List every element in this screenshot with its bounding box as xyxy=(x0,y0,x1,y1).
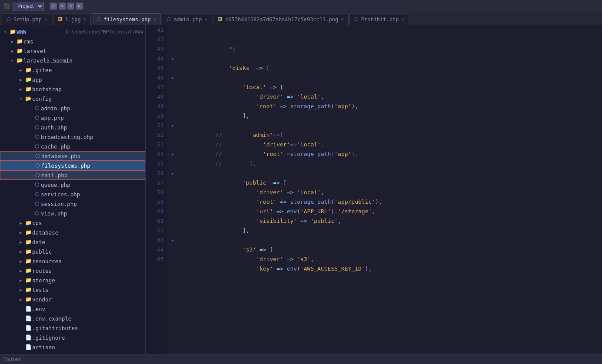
tree-item-resources[interactable]: ▶ 📁 resources xyxy=(0,256,145,266)
gutter-45 xyxy=(167,63,178,73)
tab-png[interactable]: 🖼 c653b441582a7d67aba4b17c5e93cc11.png ✕ xyxy=(213,13,349,25)
tree-item-auth-php[interactable]: ⬡ auth.php xyxy=(0,122,145,132)
tree-item-cache-php[interactable]: ⬡ cache.php xyxy=(0,142,145,151)
laravel55admin-folder-icon: 📂 xyxy=(16,57,23,63)
toolbar-icon-3[interactable]: ⚙ xyxy=(67,3,74,10)
root-arrow: ▾ xyxy=(2,30,9,34)
tree-item-gitignore[interactable]: 📄 .gitignore xyxy=(0,333,145,342)
editor-area: 41 42 43 44 45 46 47 48 49 50 51 52 53 5… xyxy=(146,25,602,354)
tree-item-database-php[interactable]: ⬡ database.php xyxy=(0,151,145,161)
toolbar-icon-1[interactable]: ⊕ xyxy=(50,3,57,10)
tree-item-queue-php[interactable]: ⬡ queue.php xyxy=(0,180,145,189)
tree-item-storage[interactable]: ▶ 📁 storage xyxy=(0,275,145,285)
tab-admin[interactable]: ⬡ admin.php ✕ xyxy=(162,13,212,25)
code-container[interactable]: 41 42 43 44 45 46 47 48 49 50 51 52 53 5… xyxy=(146,25,602,354)
storage-arrow: ▶ xyxy=(17,278,24,283)
main-area: ▾ 📁 WWW D:\phpStudy\PHPTutorial\WWW ▶ 📁 … xyxy=(0,25,602,354)
title-bar: ⬛ Project ⊕ ≡ ⚙ ▶ xyxy=(0,0,602,12)
code-lines[interactable]: */ 'disks' => [ 'local' => [ xyxy=(178,25,602,354)
cps-arrow: ▶ xyxy=(17,221,24,225)
config-arrow: ▾ xyxy=(17,96,24,101)
session-php-icon: ⬡ xyxy=(33,201,41,207)
tree-item-laravel55admin[interactable]: ▾ 📂 laravel5.5admin xyxy=(0,56,145,65)
routes-label: routes xyxy=(32,268,143,274)
storage-folder-icon: 📁 xyxy=(24,277,32,283)
laravel55admin-label: laravel5.5admin xyxy=(23,57,143,64)
resources-label: resources xyxy=(32,258,143,265)
cache-php-arrow xyxy=(26,144,33,149)
tree-item-admin-php[interactable]: ⬡ admin.php xyxy=(0,103,145,113)
tree-item-services-php[interactable]: ⬡ services.php xyxy=(0,189,145,199)
gutter-42 xyxy=(167,35,178,44)
config-folder-icon: 📂 xyxy=(24,96,32,102)
tree-root[interactable]: ▾ 📁 WWW D:\phpStudy\PHPTutorial\WWW xyxy=(0,27,145,36)
view-php-arrow xyxy=(26,211,33,216)
tree-item-bootstrap[interactable]: ▶ 📁 bootstrap xyxy=(0,84,145,94)
tree-item-env-example[interactable]: 📄 .env.example xyxy=(0,314,145,323)
title-bar-icons: ⊕ ≡ ⚙ ▶ xyxy=(50,3,83,10)
cms-label: cms xyxy=(23,38,143,45)
tree-item-filesystems-php[interactable]: ⬡ filesystems.php xyxy=(0,161,145,170)
code-line-42: */ xyxy=(178,35,602,44)
tree-item-database-folder[interactable]: ▶ 📁 database xyxy=(0,228,145,237)
tree-item-config[interactable]: ▾ 📂 config xyxy=(0,94,145,103)
tree-item-vendor[interactable]: ▶ 📁 vendor xyxy=(0,295,145,304)
gutter-44[interactable]: ▾ xyxy=(167,54,178,63)
tree-item-tests[interactable]: ▶ 📁 tests xyxy=(0,285,145,295)
line-num-49: 49 xyxy=(149,102,164,111)
gutter-63[interactable]: ▾ xyxy=(167,235,178,245)
tree-item-date[interactable]: ▶ 📁 date xyxy=(0,237,145,247)
tree-item-view-php[interactable]: ⬡ view.php xyxy=(0,208,145,218)
bootstrap-arrow: ▶ xyxy=(17,87,24,92)
admin-php-arrow xyxy=(26,106,33,111)
tree-item-mail-php[interactable]: ⬡ mail.php xyxy=(0,170,145,180)
tab-setup[interactable]: ⬡ SetUp.php ✕ xyxy=(2,13,52,25)
public-label: public xyxy=(32,248,143,255)
gutter-56[interactable]: ▾ xyxy=(167,169,178,178)
tab-prohibit[interactable]: ⬡ Prohibit.php ✕ xyxy=(349,13,409,25)
line-num-47: 47 xyxy=(149,83,164,92)
tab-label-filesystems: filesystems.php xyxy=(103,17,150,23)
gutter-54[interactable]: ▾ xyxy=(167,149,178,159)
toolbar-icon-4[interactable]: ▶ xyxy=(76,3,83,10)
tree-item-app[interactable]: ▶ 📁 app xyxy=(0,75,145,84)
tab-close-filesystems[interactable]: ✕ xyxy=(153,17,156,22)
code-line-56: 'public' => [ xyxy=(178,169,602,178)
gutter-51[interactable]: ▾ xyxy=(167,121,178,130)
tree-item-gitee[interactable]: ▶ 📁 .gitee xyxy=(0,65,145,75)
tree-item-session-php[interactable]: ⬡ session.php xyxy=(0,199,145,208)
tab-close-png[interactable]: ✕ xyxy=(341,17,344,22)
gutter-64 xyxy=(167,245,178,255)
tree-item-cms[interactable]: ▶ 📁 cms xyxy=(0,36,145,46)
tree-item-routes[interactable]: ▶ 📁 routes xyxy=(0,266,145,275)
line-num-42: 42 xyxy=(149,35,164,44)
env-example-label: .env.example xyxy=(32,315,143,322)
tab-filesystems[interactable]: ⬡ filesystems.php ✕ xyxy=(92,13,161,25)
toolbar-icon-2[interactable]: ≡ xyxy=(59,3,66,10)
gitignore-label: .gitignore xyxy=(32,334,143,341)
bootstrap-folder-icon: 📁 xyxy=(24,86,32,92)
tree-item-env[interactable]: 📄 .env xyxy=(0,304,145,314)
line-num-54: 54 xyxy=(149,149,164,159)
gitee-arrow: ▶ xyxy=(17,68,24,73)
project-dropdown[interactable]: Project xyxy=(13,2,44,10)
status-text: Toutes xyxy=(3,357,21,362)
line-num-61: 61 xyxy=(149,216,164,226)
tab-close-jpg[interactable]: ✕ xyxy=(83,17,86,22)
tree-item-laravel[interactable]: ▶ 📁 laravel xyxy=(0,46,145,56)
database-php-icon: ⬡ xyxy=(33,153,41,159)
tree-item-broadcasting-php[interactable]: ⬡ broadcasting.php xyxy=(0,132,145,142)
tab-close-admin[interactable]: ✕ xyxy=(204,17,207,22)
tree-item-app-php[interactable]: ⬡ app.php xyxy=(0,113,145,122)
tab-close-prohibit[interactable]: ✕ xyxy=(401,17,404,22)
tab-jpg[interactable]: 🖼 1.jpg ✕ xyxy=(53,13,91,25)
line-num-56: 56 xyxy=(149,169,164,178)
tree-item-public[interactable]: ▶ 📁 public xyxy=(0,247,145,256)
tree-item-artisan[interactable]: 📄 artisan xyxy=(0,342,145,352)
tab-close-setup[interactable]: ✕ xyxy=(44,17,47,22)
root-path: D:\phpStudy\PHPTutorial\WWW xyxy=(66,29,143,35)
tree-item-cps[interactable]: ▶ 📁 cps xyxy=(0,218,145,228)
title-bar-left: ⬛ Project ⊕ ≡ ⚙ ▶ xyxy=(3,2,83,10)
gutter-46[interactable]: ▾ xyxy=(167,73,178,83)
tree-item-gitattributes[interactable]: 📄 .gitattributes xyxy=(0,323,145,333)
